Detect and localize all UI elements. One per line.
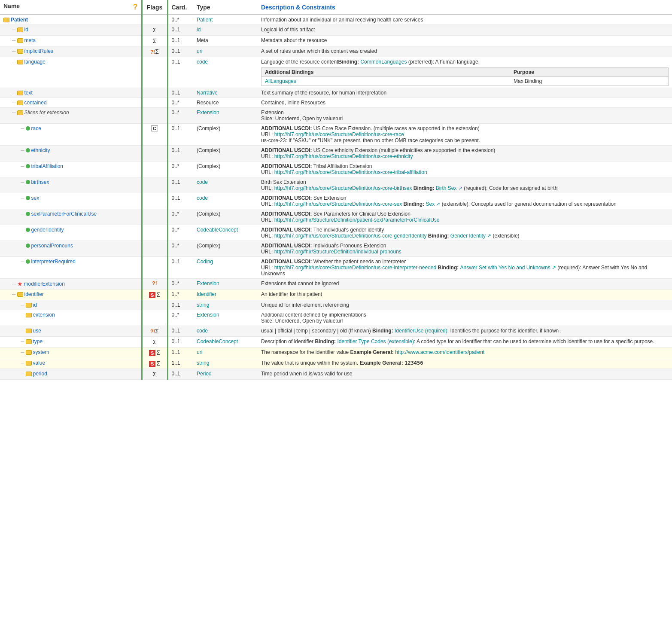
name-cell: ─ id bbox=[0, 300, 142, 310]
card-cell: 0..1 bbox=[167, 369, 193, 380]
name-link[interactable]: implicitRules bbox=[24, 48, 53, 54]
flags-cell bbox=[142, 15, 167, 25]
name-link[interactable]: id bbox=[24, 27, 28, 33]
name-link[interactable]: Patient bbox=[11, 17, 28, 23]
name-link[interactable]: personalPronouns bbox=[31, 243, 73, 249]
desc-link[interactable]: Identifier Type Codes (extensible) bbox=[337, 338, 414, 344]
flags-cell: C bbox=[142, 124, 167, 146]
type-link[interactable]: Identifier bbox=[197, 291, 216, 297]
desc-link[interactable]: Answer Set with Yes No and Unknowns ↗ bbox=[460, 265, 556, 271]
name-link[interactable]: use bbox=[33, 328, 41, 334]
desc-link[interactable]: http://hl7.org/fhir/us/core/StructureDef… bbox=[274, 233, 427, 239]
desc-link[interactable]: CommonLanguages bbox=[360, 59, 407, 65]
desc-link[interactable]: IdentifierUse (required) bbox=[395, 328, 447, 334]
flags-cell bbox=[142, 162, 167, 177]
type-link[interactable]: uri bbox=[197, 349, 202, 355]
name-link[interactable]: id bbox=[33, 302, 37, 308]
help-icon[interactable]: ? bbox=[133, 3, 138, 12]
card-cell: 0..* bbox=[167, 279, 193, 290]
name-link[interactable]: race bbox=[31, 125, 41, 131]
type-link[interactable]: Extension bbox=[197, 312, 219, 318]
type-cell: uri bbox=[193, 347, 258, 358]
desc-link[interactable]: Sex ↗ bbox=[426, 201, 440, 207]
flag-sigma: Σ bbox=[153, 27, 157, 34]
desc-link[interactable]: Gender Identity ↗ bbox=[450, 233, 491, 239]
tree-connector: ─ bbox=[21, 338, 24, 344]
card-cell: 0..* bbox=[167, 108, 193, 124]
desc-line: URL: bbox=[261, 249, 274, 255]
type-link[interactable]: Extension bbox=[197, 280, 219, 286]
desc-link[interactable]: http://hl7.org/fhir/us/core/StructureDef… bbox=[274, 131, 404, 137]
type-link[interactable]: uri bbox=[197, 48, 202, 54]
type-link[interactable]: code bbox=[197, 195, 208, 201]
card-cell: 0..1 bbox=[167, 124, 193, 146]
desc-line: Slice: Unordered, Open by value:url bbox=[261, 116, 343, 122]
desc-span: Language of the resource content bbox=[261, 59, 338, 65]
name-link[interactable]: type bbox=[33, 338, 43, 344]
name-link[interactable]: language bbox=[24, 59, 46, 65]
type-cell: code bbox=[193, 57, 258, 88]
type-link[interactable]: Patient bbox=[197, 17, 213, 23]
name-link[interactable]: birthsex bbox=[31, 179, 49, 185]
name-link[interactable]: sexParameterForClinicalUse bbox=[31, 211, 97, 217]
type-link[interactable]: code bbox=[197, 59, 208, 65]
desc-bold: Example General: bbox=[358, 360, 404, 366]
type-link[interactable]: id bbox=[197, 27, 201, 33]
tree-connector: ─ bbox=[21, 195, 24, 201]
folder-icon bbox=[26, 361, 32, 366]
desc-cell: Description of identifier Binding: Ident… bbox=[258, 337, 672, 347]
name-cell: ─ interpreterRequired bbox=[0, 257, 142, 279]
type-link[interactable]: Extension bbox=[197, 110, 219, 116]
name-link[interactable]: period bbox=[33, 371, 47, 377]
name-link[interactable]: genderIdentity bbox=[31, 227, 64, 233]
desc-link[interactable]: http://hl7.org/fhir/us/core/StructureDef… bbox=[274, 185, 412, 191]
flags-cell: Σ bbox=[142, 337, 167, 347]
desc-link[interactable]: http://www.acme.com/identifiers/patient bbox=[395, 349, 484, 355]
name-link[interactable]: sex bbox=[31, 195, 40, 201]
name-inner: ─ period bbox=[21, 371, 138, 377]
name-link[interactable]: ethnicity bbox=[31, 147, 50, 153]
name-cell: ─ system bbox=[0, 347, 142, 358]
flag-s-badge: S bbox=[149, 292, 155, 298]
desc-link[interactable]: http://hl7.org/fhir/StructureDefinition/… bbox=[274, 249, 401, 255]
desc-link[interactable]: http://hl7.org/fhir/us/core/StructureDef… bbox=[274, 169, 427, 175]
type-link[interactable]: Coding bbox=[197, 259, 213, 265]
type-link[interactable]: Narrative bbox=[197, 90, 218, 96]
desc-span: (extensible) bbox=[491, 233, 519, 239]
name-link[interactable]: modifierExtension bbox=[24, 281, 65, 287]
name-link[interactable]: meta bbox=[24, 37, 36, 43]
type-cell: Coding bbox=[193, 257, 258, 279]
desc-link[interactable]: http://hl7.org/fhir/us/core/StructureDef… bbox=[274, 201, 402, 207]
flag-sigma: Σ bbox=[156, 349, 160, 356]
type-cell: Extension bbox=[193, 310, 258, 326]
folder-icon bbox=[26, 303, 32, 308]
name-link[interactable]: identifier bbox=[24, 291, 44, 297]
tree-connector: ─ bbox=[12, 110, 16, 116]
type-link[interactable]: string bbox=[197, 360, 209, 366]
desc-cell: A set of rules under which this content … bbox=[258, 46, 672, 57]
desc-line: URL: bbox=[261, 153, 274, 159]
flags-cell: ?! bbox=[142, 279, 167, 290]
desc-cell: Language of the resource contentBinding:… bbox=[258, 57, 672, 88]
name-link[interactable]: interpreterRequired bbox=[31, 259, 76, 265]
desc-link[interactable]: Birth Sex ↗ bbox=[436, 185, 462, 191]
name-link[interactable]: value bbox=[33, 360, 46, 366]
desc-link[interactable]: http://hl7.org/fhir/us/core/StructureDef… bbox=[274, 153, 413, 159]
type-link[interactable]: code bbox=[197, 328, 208, 334]
desc-link[interactable]: http://hl7.org/fhir/us/core/StructureDef… bbox=[274, 265, 437, 271]
type-link[interactable]: CodeableConcept bbox=[197, 338, 238, 344]
name-link[interactable]: tribalAffiliation bbox=[31, 163, 63, 169]
name-link[interactable]: contained bbox=[24, 100, 47, 106]
tree-connector: ─ bbox=[12, 37, 16, 43]
type-link[interactable]: Period bbox=[197, 371, 212, 377]
col-name-label: Name bbox=[3, 3, 20, 9]
name-link[interactable]: text bbox=[24, 90, 33, 96]
type-link[interactable]: code bbox=[197, 179, 208, 185]
type-link[interactable]: CodeableConcept bbox=[197, 227, 238, 233]
type-link[interactable]: string bbox=[197, 302, 209, 308]
name-cell: ─ sexParameterForClinicalUse bbox=[0, 209, 142, 225]
name-link[interactable]: extension bbox=[33, 312, 55, 318]
desc-link[interactable]: http://hl7.org/fhir/StructureDefinition/… bbox=[274, 217, 440, 223]
name-link[interactable]: system bbox=[33, 349, 49, 355]
desc-span: US Core Race Extension. (multiple races … bbox=[313, 125, 480, 131]
